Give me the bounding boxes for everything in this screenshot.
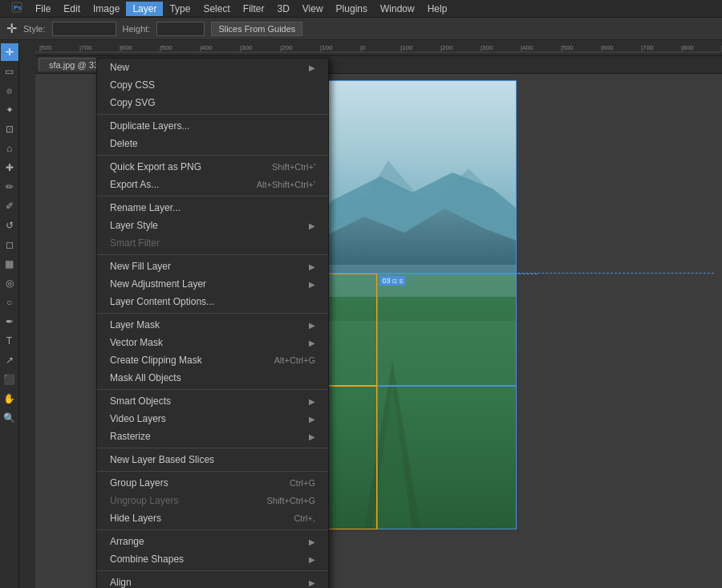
menu-item-new[interactable]: New▶ <box>97 59 328 76</box>
menu-ps[interactable]: Ps <box>5 0 29 17</box>
height-input[interactable] <box>156 22 205 36</box>
svg-text:|500: |500 <box>39 44 52 51</box>
menu-item-group-layers[interactable]: Group LayersCtrl+G <box>97 474 328 492</box>
tool-brush[interactable]: ✏ <box>1 178 18 196</box>
svg-text:|600: |600 <box>120 44 132 51</box>
menu-view[interactable]: View <box>296 2 330 16</box>
tool-gradient[interactable]: ▦ <box>1 255 18 273</box>
menu-item-delete[interactable]: Delete <box>97 135 328 152</box>
menu-window[interactable]: Window <box>374 2 421 16</box>
menu-item-label-new: New <box>110 62 129 73</box>
menu-item-smart-objects[interactable]: Smart Objects▶ <box>97 392 328 410</box>
menu-item-label-layer-content-options: Layer Content Options... <box>110 296 214 307</box>
menu-item-hide-layers[interactable]: Hide LayersCtrl+, <box>97 509 328 527</box>
style-input[interactable] <box>52 22 116 36</box>
menu-item-copy-svg[interactable]: Copy SVG <box>97 94 328 112</box>
separator-sep5 <box>97 313 328 314</box>
tool-history-brush[interactable]: ↺ <box>1 217 18 234</box>
ruler-vertical <box>19 56 35 588</box>
separator-sep2 <box>97 155 328 156</box>
menu-item-ungroup-layers: Ungroup LayersShift+Ctrl+G <box>97 492 328 509</box>
menu-item-label-rename-layer: Rename Layer... <box>110 202 180 213</box>
menu-layer[interactable]: Layer <box>126 2 163 16</box>
menu-item-rasterize[interactable]: Rasterize▶ <box>97 428 328 445</box>
menu-3d[interactable]: 3D <box>270 2 295 16</box>
arrow-icon-video-layers: ▶ <box>309 415 315 424</box>
menu-item-vector-mask[interactable]: Vector Mask▶ <box>97 334 328 351</box>
tool-path-select[interactable]: ↗ <box>1 351 18 369</box>
menu-item-layer-style[interactable]: Layer Style▶ <box>97 217 328 234</box>
tool-eraser[interactable]: ◻ <box>1 236 18 253</box>
svg-text:|500: |500 <box>160 44 172 51</box>
tool-move[interactable]: ✛ <box>1 43 18 61</box>
separator-sep4 <box>97 254 328 255</box>
options-bar: ✛ Style: Height: Slices From Guides <box>0 18 722 40</box>
menu-item-video-layers[interactable]: Video Layers▶ <box>97 410 328 428</box>
separator-sep6 <box>97 389 328 390</box>
tool-shape[interactable]: ⬛ <box>1 371 18 388</box>
menu-item-label-new-fill-layer: New Fill Layer <box>110 261 171 272</box>
tool-magic-wand[interactable]: ✦ <box>1 101 18 119</box>
main-area: ✛ ▭ ⌾ ✦ ⊡ ⌂ ✚ ✏ ✐ ↺ ◻ ▦ ◎ ○ ✒ T ↗ ⬛ ✋ 🔍 <box>0 40 722 588</box>
menu-item-new-fill-layer[interactable]: New Fill Layer▶ <box>97 258 328 275</box>
menu-item-duplicate-layers[interactable]: Duplicate Layers... <box>97 117 328 135</box>
svg-text:|200: |200 <box>280 44 293 51</box>
menu-item-label-copy-css: Copy CSS <box>110 79 155 91</box>
slices-from-guides-button[interactable]: Slices From Guides <box>211 22 302 36</box>
menu-item-export-as[interactable]: Export As...Alt+Shift+Ctrl+' <box>97 176 328 193</box>
menu-item-create-clipping-mask[interactable]: Create Clipping MaskAlt+Ctrl+G <box>97 351 328 369</box>
svg-text:|500: |500 <box>561 44 574 51</box>
menu-item-label-group-layers: Group Layers <box>110 477 168 489</box>
menu-item-label-duplicate-layers: Duplicate Layers... <box>110 120 189 132</box>
menu-item-label-quick-export: Quick Export as PNG <box>110 161 201 172</box>
menu-item-arrange[interactable]: Arrange▶ <box>97 533 328 550</box>
tool-text[interactable]: T <box>1 332 18 350</box>
menu-item-copy-css[interactable]: Copy CSS <box>97 76 328 94</box>
menu-item-new-layer-based-slices[interactable]: New Layer Based Slices <box>97 451 328 468</box>
menu-item-combine-shapes[interactable]: Combine Shapes▶ <box>97 550 328 568</box>
menu-item-new-adjustment-layer[interactable]: New Adjustment Layer▶ <box>97 275 328 293</box>
menu-item-rename-layer[interactable]: Rename Layer... <box>97 199 328 217</box>
menu-help[interactable]: Help <box>421 2 454 16</box>
menu-item-quick-export[interactable]: Quick Export as PNGShift+Ctrl+' <box>97 158 328 176</box>
menu-item-mask-all-objects[interactable]: Mask All Objects <box>97 369 328 387</box>
layer-menu-dropdown: New▶Copy CSSCopy SVGDuplicate Layers...D… <box>96 58 329 588</box>
separator-sep3 <box>97 196 328 197</box>
menu-item-align[interactable]: Align▶ <box>97 574 328 588</box>
tool-crop[interactable]: ⊡ <box>1 120 18 138</box>
tool-hand[interactable]: ✋ <box>1 390 18 408</box>
menu-image[interactable]: Image <box>87 2 126 16</box>
menu-item-label-create-clipping-mask: Create Clipping Mask <box>110 355 202 366</box>
ruler-corner <box>19 40 35 56</box>
menu-item-label-rasterize: Rasterize <box>110 431 151 442</box>
menu-item-label-vector-mask: Vector Mask <box>110 337 163 348</box>
svg-text:|400: |400 <box>521 44 533 51</box>
tool-blur[interactable]: ◎ <box>1 274 18 292</box>
menu-item-label-align: Align <box>110 577 132 588</box>
tool-lasso[interactable]: ⌾ <box>1 82 18 99</box>
tool-eyedropper[interactable]: ⌂ <box>1 140 18 157</box>
separator-sep1 <box>97 114 328 115</box>
menu-item-layer-mask[interactable]: Layer Mask▶ <box>97 316 328 334</box>
shortcut-group-layers: Ctrl+G <box>290 478 315 488</box>
separator-sep9 <box>97 529 328 530</box>
tool-pen[interactable]: ✒ <box>1 313 18 330</box>
arrow-icon-new-fill-layer: ▶ <box>309 262 315 271</box>
tool-heal[interactable]: ✚ <box>1 159 18 176</box>
ruler-horizontal: |500 |700 |600 |500 |400 |300 |200 |100 … <box>35 40 722 56</box>
menu-file[interactable]: File <box>29 2 57 16</box>
menu-filter[interactable]: Filter <box>237 2 271 16</box>
tool-clone[interactable]: ✐ <box>1 197 18 215</box>
menu-item-label-layer-mask: Layer Mask <box>110 319 160 330</box>
tool-zoom[interactable]: 🔍 <box>1 409 18 427</box>
menu-item-layer-content-options[interactable]: Layer Content Options... <box>97 293 328 310</box>
menu-edit[interactable]: Edit <box>57 2 87 16</box>
tool-select-rect[interactable]: ▭ <box>1 63 18 80</box>
menu-plugins[interactable]: Plugins <box>330 2 374 16</box>
shortcut-hide-layers: Ctrl+, <box>294 513 315 523</box>
style-label: Style: <box>23 24 46 34</box>
menu-select[interactable]: Select <box>197 2 236 16</box>
menu-type[interactable]: Type <box>163 2 197 16</box>
svg-text:|0: |0 <box>360 44 366 51</box>
tool-dodge[interactable]: ○ <box>1 294 18 311</box>
